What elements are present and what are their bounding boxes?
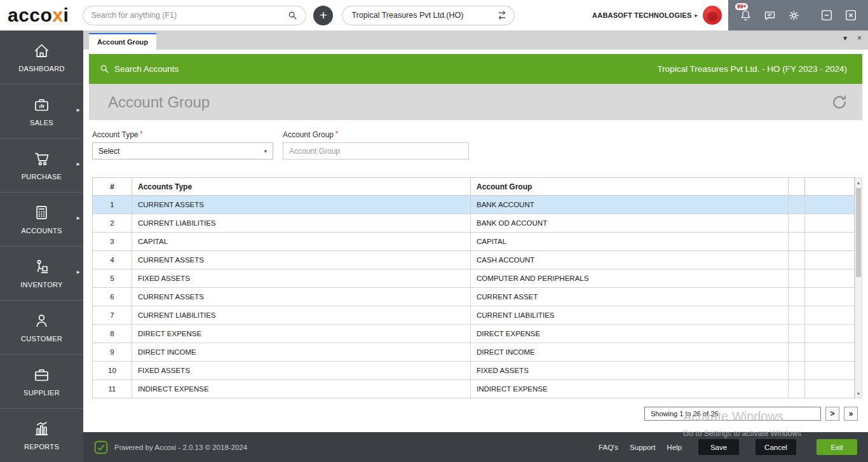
table-row[interactable]: 11INDIRECT EXPENSEINDIRECT EXPENSE: [93, 380, 855, 398]
chevron-right-icon: ▸: [77, 214, 80, 221]
sidebar-item-accounts[interactable]: ACCOUNTS ▸: [0, 193, 83, 247]
app-window: accoxi + Tropical Treasures Pvt Ltd.(HO)…: [0, 0, 868, 462]
chevron-down-icon: ▾: [264, 148, 267, 154]
account-type-value: Select: [98, 147, 119, 156]
page-title-banner: Account Group: [89, 84, 862, 120]
main-area: Account Group ▾ × Search Accounts Tropic…: [83, 31, 868, 462]
top-bar: accoxi + Tropical Treasures Pvt Ltd.(HO)…: [0, 0, 868, 31]
sidebar-label: SUPPLIER: [24, 389, 60, 397]
table-row[interactable]: 8DIRECT EXPENSEDIRECT EXPENSE: [93, 325, 855, 343]
bell-icon: [739, 9, 752, 22]
minimize-icon: [820, 8, 834, 22]
sidebar-label: INVENTORY: [20, 281, 62, 289]
sales-bag-icon: [33, 96, 50, 113]
accoxi-logo: accoxi: [8, 6, 69, 25]
next-page-button[interactable]: >: [825, 407, 839, 421]
module-header-bar: Search Accounts Tropical Treasures Pvt L…: [89, 54, 862, 84]
search-input[interactable]: [91, 11, 287, 20]
support-link[interactable]: Support: [630, 444, 655, 451]
logo-text: acco: [8, 4, 52, 25]
col-header-action-1: [789, 178, 805, 196]
exit-button[interactable]: Exit: [817, 439, 857, 455]
switch-company-icon[interactable]: [496, 10, 508, 21]
table-row[interactable]: 1CURRENT ASSETSBANK ACCOUNT: [93, 196, 855, 214]
accounts-table-wrap: # Accounts Type Account Group 1CURRENT A…: [92, 177, 862, 398]
bar-chart-icon: [33, 420, 50, 437]
icon-tray: 99+: [728, 0, 868, 31]
page-content: Search Accounts Tropical Treasures Pvt L…: [83, 50, 868, 462]
faqs-link[interactable]: FAQ's: [599, 444, 618, 451]
account-type-select[interactable]: Select ▾: [92, 142, 273, 160]
sidebar-nav: DASHBOARD SALES ▸ PURCHASE ▸ ACCOUNTS ▸ …: [0, 31, 83, 462]
account-group-input[interactable]: [283, 142, 469, 160]
sidebar-item-sales[interactable]: SALES ▸: [0, 85, 83, 139]
global-search: [83, 6, 306, 25]
tab-strip: Account Group ▾ ×: [83, 31, 868, 50]
sidebar-item-supplier[interactable]: SUPPLIER: [0, 355, 83, 409]
account-group-label: Account Group*: [283, 130, 469, 139]
cancel-button[interactable]: Cancel: [756, 439, 796, 455]
table-row[interactable]: 4CURRENT ASSETSCASH ACCOUNT: [93, 251, 855, 269]
col-header-accounts-type: Accounts Type: [132, 178, 471, 196]
settings-button[interactable]: [782, 0, 806, 31]
sidebar-label: CUSTOMER: [21, 335, 62, 343]
search-icon: [99, 64, 110, 74]
minimize-window-button[interactable]: [815, 0, 839, 31]
chevron-right-icon: ▸: [77, 106, 80, 113]
sidebar-label: DASHBOARD: [18, 65, 64, 72]
table-header-row: # Accounts Type Account Group: [93, 178, 855, 196]
scroll-down-icon[interactable]: ▼: [855, 389, 862, 398]
scroll-up-icon[interactable]: ▲: [855, 178, 862, 187]
company-selector[interactable]: Tropical Treasures Pvt Ltd.(HO): [342, 6, 515, 25]
save-button[interactable]: Save: [698, 439, 739, 455]
gear-icon: [787, 9, 801, 22]
quick-add-button[interactable]: +: [313, 6, 333, 25]
col-header-account-group: Account Group: [471, 178, 789, 196]
sidebar-item-reports[interactable]: REPORTS: [0, 409, 83, 462]
organization-name[interactable]: AABASOFT TECHNOLOGIES: [592, 11, 691, 19]
refresh-icon[interactable]: [831, 93, 848, 111]
cart-icon: [33, 150, 50, 167]
table-row[interactable]: 2CURRENT LIABILITIESBANK OD ACCOUNT: [93, 214, 855, 233]
notifications-button[interactable]: 99+: [733, 0, 757, 31]
tab-close-icon[interactable]: ×: [857, 34, 862, 42]
table-row[interactable]: 9DIRECT INCOMEDIRECT INCOME: [93, 343, 855, 362]
sidebar-item-customer[interactable]: CUSTOMER: [0, 301, 83, 355]
table-row[interactable]: 7CURRENT LIABILITIESCURRENT LIABILITIES: [93, 306, 855, 325]
sidebar-label: ACCOUNTS: [21, 227, 62, 234]
col-header-index: #: [93, 178, 132, 196]
tab-account-group[interactable]: Account Group: [89, 33, 156, 50]
org-caret-icon: ▸: [695, 12, 698, 18]
vertical-scrollbar[interactable]: ▲ ▼: [855, 177, 862, 398]
table-row[interactable]: 3CAPITALCAPITAL: [93, 233, 855, 251]
search-accounts-label: Search Accounts: [114, 64, 179, 74]
logo-i: i: [64, 4, 69, 25]
pagination-summary: Showing 1 to 26 of 26: [644, 407, 821, 421]
account-type-field: Account Type* Select ▾: [92, 130, 273, 160]
sidebar-item-purchase[interactable]: PURCHASE ▸: [0, 139, 83, 193]
col-header-action-2: [805, 178, 855, 196]
table-row[interactable]: 6CURRENT ASSETSCURRENT ASSET: [93, 288, 855, 306]
close-window-button[interactable]: [839, 0, 863, 31]
accounts-table: # Accounts Type Account Group 1CURRENT A…: [92, 177, 855, 398]
briefcase-icon: [33, 366, 50, 383]
search-accounts-link[interactable]: Search Accounts: [99, 64, 179, 74]
required-asterisk: *: [336, 130, 338, 137]
sidebar-item-inventory[interactable]: INVENTORY ▸: [0, 247, 83, 301]
sidebar-item-dashboard[interactable]: DASHBOARD: [0, 31, 83, 85]
notification-badge: 99+: [735, 3, 748, 10]
table-row[interactable]: 10FIXED ASSETSFIXED ASSETS: [93, 362, 855, 380]
accoxi-footer-logo-icon: [94, 440, 108, 454]
search-icon[interactable]: [287, 10, 298, 21]
last-page-button[interactable]: »: [844, 407, 858, 421]
table-row[interactable]: 5FIXED ASSETSCOMPUTER AND PERIPHERALS: [93, 269, 855, 288]
help-link[interactable]: Help: [667, 444, 682, 451]
tab-list-caret-icon[interactable]: ▾: [843, 34, 847, 42]
account-type-label: Account Type*: [92, 130, 273, 139]
user-avatar[interactable]: [703, 6, 722, 25]
inventory-icon: [33, 258, 50, 275]
scrollbar-thumb[interactable]: [856, 188, 861, 277]
chevron-right-icon: ▸: [77, 160, 80, 167]
powered-by-text: Powered by Accoxi - 2.0.13 © 2018-2024: [114, 444, 247, 451]
messages-button[interactable]: [757, 0, 782, 31]
